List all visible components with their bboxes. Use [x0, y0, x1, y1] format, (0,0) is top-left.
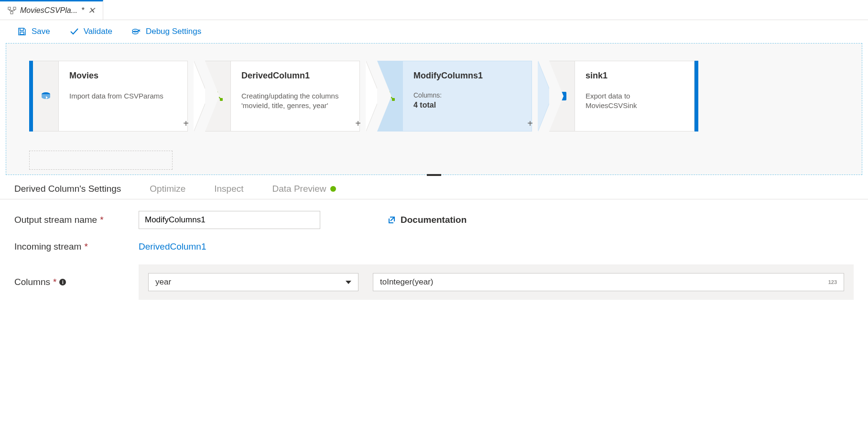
node-movies[interactable]: Movies Import data from CSVParams + — [29, 61, 188, 131]
chevron-down-icon — [346, 281, 351, 284]
save-icon — [17, 27, 27, 36]
node-derivedcolumn1[interactable]: DerivedColumn1 Creating/updating the col… — [205, 61, 360, 131]
svg-point-4 — [132, 29, 138, 32]
node-title: DerivedColumn1 — [241, 71, 349, 81]
add-step-button[interactable]: + — [355, 118, 361, 129]
svg-rect-7 — [220, 98, 223, 101]
node-subvalue: 4 total — [413, 101, 521, 109]
status-dot-icon — [330, 186, 336, 192]
incoming-stream-label: Incoming stream* — [14, 241, 139, 252]
close-icon[interactable]: ✕ — [88, 5, 95, 16]
source-edge — [29, 61, 33, 131]
flow-graph: Movies Import data from CSVParams + Deri… — [29, 61, 839, 131]
settings-form: Output stream name* Documentation Incomi… — [0, 199, 868, 324]
node-body: ModifyColumns1 Columns: 4 total + — [403, 61, 532, 131]
dataflow-icon — [8, 6, 16, 15]
svg-rect-9 — [392, 98, 395, 101]
node-desc: Import data from CSVParams — [69, 91, 177, 101]
node-modifycolumns1[interactable]: ModifyColumns1 Columns: 4 total + — [377, 61, 532, 131]
add-step-button[interactable]: + — [183, 118, 189, 129]
editor-tab[interactable]: MoviesCSVPla... * ✕ — [0, 0, 103, 20]
debug-icon — [131, 27, 141, 36]
output-stream-input[interactable] — [139, 211, 320, 229]
validate-button[interactable]: Validate — [69, 27, 112, 36]
save-button[interactable]: Save — [17, 27, 50, 36]
tab-bar: MoviesCSVPla... * ✕ — [0, 0, 868, 20]
node-title: Movies — [69, 71, 177, 81]
node-sink1[interactable]: sink1 Export data to MoviesCSVSink — [549, 61, 698, 131]
tab-data-preview[interactable]: Data Preview — [272, 184, 336, 194]
columns-row: year toInteger(year) 123 — [139, 264, 854, 300]
tab-inspect[interactable]: Inspect — [214, 184, 243, 194]
add-step-button[interactable]: + — [527, 118, 533, 129]
type-badge: 123 — [828, 279, 837, 285]
svg-rect-2 — [11, 11, 13, 14]
tab-derived-settings[interactable]: Derived Column's Settings — [14, 184, 121, 194]
documentation-link[interactable]: Documentation — [387, 215, 467, 225]
node-icon-col — [33, 61, 59, 131]
node-body: DerivedColumn1 Creating/updating the col… — [231, 61, 360, 131]
ghost-placeholder[interactable] — [29, 151, 173, 170]
info-icon[interactable]: i — [59, 279, 66, 285]
node-desc: Creating/updating the columns 'movieId, … — [241, 91, 349, 111]
source-icon — [40, 90, 52, 102]
toolbar: Save Validate Debug Settings — [0, 20, 868, 43]
node-body: sink1 Export data to MoviesCSVSink — [575, 61, 694, 131]
svg-rect-1 — [13, 7, 16, 10]
tab-optimize[interactable]: Optimize — [150, 184, 185, 194]
node-desc: Export data to MoviesCSVSink — [586, 91, 684, 111]
output-stream-label: Output stream name* — [14, 215, 139, 225]
incoming-stream-link[interactable]: DerivedColumn1 — [139, 241, 206, 252]
details-tabs: Derived Column's Settings Optimize Inspe… — [0, 176, 868, 199]
node-title: sink1 — [586, 71, 684, 81]
tab-dirty-indicator: * — [81, 6, 84, 15]
flow-canvas[interactable]: Movies Import data from CSVParams + Deri… — [6, 43, 862, 175]
columns-label: Columns* i — [14, 277, 139, 287]
debug-settings-button[interactable]: Debug Settings — [131, 27, 201, 36]
sink-edge — [694, 61, 698, 131]
node-sublabel: Columns: — [413, 91, 521, 99]
external-link-icon — [387, 216, 396, 224]
column-expression-input[interactable]: toInteger(year) 123 — [373, 273, 844, 291]
svg-rect-0 — [8, 7, 11, 10]
node-title: ModifyColumns1 — [413, 71, 521, 81]
column-name-select[interactable]: year — [148, 273, 358, 291]
node-body: Movies Import data from CSVParams + — [59, 61, 188, 131]
tab-title: MoviesCSVPla... — [20, 6, 77, 15]
check-icon — [69, 27, 79, 36]
